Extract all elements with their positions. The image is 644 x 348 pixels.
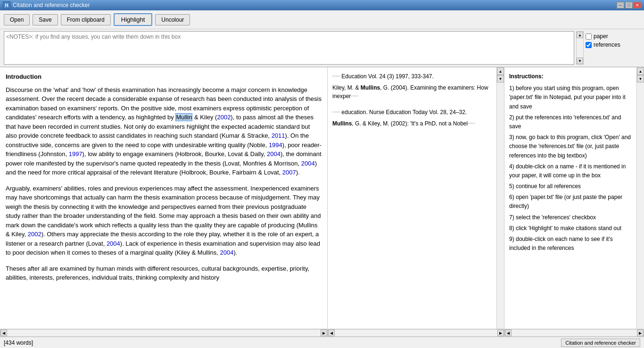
instructions-title: Instructions: <box>509 72 632 81</box>
status-bar: [434 words] Citation and reference check… <box>0 337 644 348</box>
ref-mullins-bold-2: Mullins <box>332 120 352 127</box>
word-count: [434 words] <box>4 340 33 346</box>
instruction-step-1: 1) before you start using this program, … <box>509 84 632 111</box>
refs-scroll-left[interactable]: ◀ <box>328 330 335 336</box>
dot-indicator-1: °°°°° <box>332 75 340 79</box>
ref-section-1: °°°°° Education Vol. 24 (3) 1997, 333-34… <box>332 72 492 100</box>
open-button[interactable]: Open <box>4 14 30 25</box>
paper-panel: Introduction Discourse on the 'what' and… <box>0 67 328 329</box>
maximize-button[interactable]: □ <box>625 2 633 8</box>
instruction-step-5: 5) continue for all references <box>509 182 632 191</box>
year-2002-2: 2002 <box>28 231 41 238</box>
ref-2-content: Kiley, M. & Mullins, G. (2004). Examinin… <box>332 83 492 100</box>
paper-checkbox-label[interactable]: paper <box>594 33 608 40</box>
paper-text[interactable]: Introduction Discourse on the 'what' and… <box>0 67 327 329</box>
refs-scroll-up[interactable]: ▲ <box>497 67 504 75</box>
instr-scroll-right[interactable]: ▶ <box>637 330 644 336</box>
notes-section: ▲ ▼ paper references <box>0 29 644 67</box>
paper-paragraph-3: Theses after all are examined by human m… <box>6 264 322 282</box>
highlight-button[interactable]: Highlight <box>114 13 153 26</box>
instructions-panel: Instructions: 1) before you start using … <box>504 67 644 329</box>
window-title: Citation and reference checker <box>13 2 617 8</box>
instruction-step-8: 8) click 'Highlight' to make citations s… <box>509 224 632 233</box>
highlighted-mullin: Mullin <box>175 113 192 121</box>
title-bar: H Citation and reference checker ─ □ ✕ <box>0 0 644 10</box>
instruction-step-3: 3) now, go back to this program, click '… <box>509 133 632 160</box>
instr-scroll-left[interactable]: ◀ <box>505 330 512 336</box>
main-content: Introduction Discourse on the 'what' and… <box>0 67 644 329</box>
references-checkbox-row: references <box>586 41 638 48</box>
notes-scrollbar: ▲ ▼ <box>576 31 584 65</box>
references-checkbox-label[interactable]: references <box>594 41 620 48</box>
year-2004-3: 2004 <box>107 240 120 247</box>
refs-scroll-down[interactable]: ▼ <box>497 75 504 83</box>
checkboxes-panel: paper references <box>584 31 640 65</box>
bottom-scrollbars: ◀ ▶ ◀ ▶ ◀ ▶ <box>0 329 644 337</box>
paper-paragraph-2: Arguably, examiners' abilities, roles an… <box>6 184 322 257</box>
year-2004-4: 2004 <box>220 249 234 256</box>
instruction-step-4: 4) double-click on a name - if it is men… <box>509 162 632 180</box>
instructions-text[interactable]: Instructions: 1) before you start using … <box>504 67 636 329</box>
paper-paragraph-1: Discourse on the 'what' and 'how' of the… <box>6 85 322 177</box>
year-2002-1: 2002 <box>217 114 231 121</box>
dot-indicator-4: °°°°° <box>468 122 475 126</box>
refs-scroll-right[interactable]: ▶ <box>497 330 504 336</box>
app-icon: H <box>3 1 10 9</box>
dot-indicator-2: °°°°° <box>351 95 358 99</box>
paper-scroll-right[interactable]: ▶ <box>321 330 327 336</box>
refs-h-scrollbar: ◀ ▶ <box>328 329 504 337</box>
references-checkbox[interactable] <box>586 42 592 48</box>
scroll-up-arrow[interactable]: ▲ <box>577 32 583 38</box>
instructions-scrollbar: ▲ ▼ <box>636 67 644 329</box>
uncolour-button[interactable]: Uncolour <box>155 14 190 25</box>
dot-indicator-3: °°°°° <box>332 111 340 115</box>
status-app-name: Citation and reference checker <box>561 339 640 347</box>
paper-checkbox[interactable] <box>586 33 592 40</box>
instruction-step-7: 7) select the 'references' checkbox <box>509 213 632 222</box>
instr-scroll-down[interactable]: ▼ <box>637 75 644 83</box>
year-1994: 1994 <box>269 141 282 149</box>
window-controls: ─ □ ✕ <box>617 2 641 8</box>
ref-1-content: °°°°° Education Vol. 24 (3) 1997, 333-34… <box>332 72 492 81</box>
minimize-button[interactable]: ─ <box>617 2 624 8</box>
refs-scrollbar: ▲ ▼ <box>496 67 504 329</box>
save-button[interactable]: Save <box>33 14 58 25</box>
ref-section-2: °°°°° education. Nurse Education Today V… <box>332 108 492 128</box>
toolbar: Open Save From clipboard Highlight Uncol… <box>0 10 644 29</box>
year-2004-1: 2004 <box>267 150 281 157</box>
paper-scroll-left[interactable]: ◀ <box>0 330 7 336</box>
ref-4-content: Mullins, G. & Kiley, M. (2002): 'It's a … <box>332 119 492 128</box>
refs-panel: °°°°° Education Vol. 24 (3) 1997, 333-34… <box>328 67 504 329</box>
year-2007: 2007 <box>282 169 296 176</box>
ref-3-content: °°°°° education. Nurse Education Today V… <box>332 108 492 116</box>
paper-h-scrollbar: ◀ ▶ <box>0 329 328 337</box>
notes-textarea[interactable] <box>4 31 574 65</box>
from-clipboard-button[interactable]: From clipboard <box>61 14 111 25</box>
instruction-step-6: 6) open 'paper.txt' file (or just paste … <box>509 193 632 211</box>
instr-scroll-up[interactable]: ▲ <box>637 67 644 75</box>
instr-h-scrollbar: ◀ ▶ <box>504 329 644 337</box>
instruction-step-9: 9) double-click on each name to see if i… <box>509 235 632 253</box>
year-2004-2: 2004 <box>301 160 315 167</box>
paper-heading: Introduction <box>6 72 322 82</box>
scroll-down-arrow[interactable]: ▼ <box>577 58 583 64</box>
instruction-step-2: 2) put the references into 'references.t… <box>509 113 632 131</box>
refs-text[interactable]: °°°°° Education Vol. 24 (3) 1997, 333-34… <box>328 67 496 329</box>
paper-checkbox-row: paper <box>586 33 638 40</box>
year-1997: 1997 <box>69 150 83 157</box>
year-2011: 2011 <box>272 132 285 139</box>
close-button[interactable]: ✕ <box>634 2 641 8</box>
ref-mullins-bold-1: Mullins <box>361 84 380 91</box>
